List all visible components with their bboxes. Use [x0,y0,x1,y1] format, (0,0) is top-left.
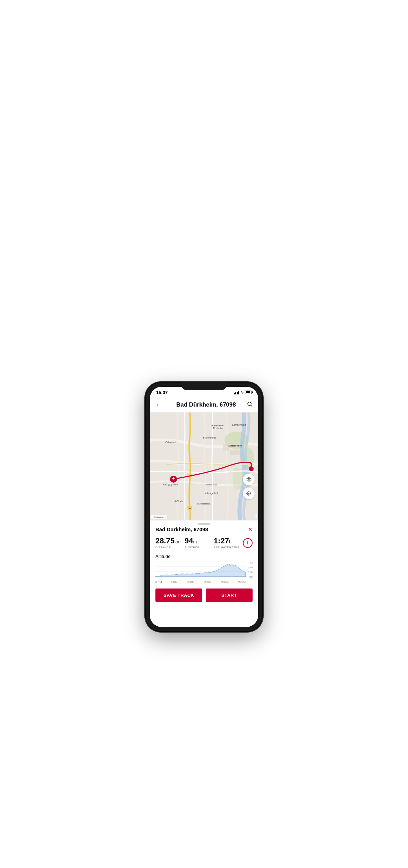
stat-altitude: 94m ALTITUDE ↑ [185,537,214,549]
altitude-title: Altitude [155,554,253,559]
svg-text:650: 650 [168,484,172,486]
svg-point-39 [248,493,249,494]
panel-title: Bad Dürkheim, 67098 [155,526,208,532]
stat-altitude-value: 94m [185,537,214,545]
map-control-location[interactable] [243,487,255,499]
status-icons: ∿ [234,390,252,395]
svg-text:Roxheim: Roxheim [213,427,223,429]
wifi-icon: ∿ [240,390,244,395]
drag-handle [155,520,253,526]
action-buttons: SAVE TRACK START [155,589,253,602]
info-button[interactable]: i [243,538,253,548]
map-container[interactable]: Bobenheim- Roxheim Lampertheim Grünstadt… [150,412,258,520]
svg-text:Mannheim: Mannheim [228,444,242,447]
svg-text:Grünstadt: Grünstadt [165,441,176,443]
stat-time: 1:27h ESTIMATED TIME [214,537,243,549]
svg-marker-37 [246,479,251,482]
svg-point-28 [172,477,175,479]
svg-text:ℹ: ℹ [255,515,256,518]
svg-line-1 [251,405,252,406]
app-header: ← Bad Dürkheim, 67098 [150,397,258,412]
map-controls [243,474,255,499]
stat-distance: 28.75km DISTANCE [155,537,185,549]
phone-screen: 15:07 ∿ ← Bad Dürkheim, 6 [150,387,258,627]
stat-time-label: ESTIMATED TIME [214,546,243,549]
stat-altitude-label: ALTITUDE ↑ [185,546,214,549]
close-button[interactable]: ✕ [248,526,253,533]
svg-text:61: 61 [189,507,191,509]
back-button[interactable]: ← [155,402,162,408]
panel-header: Bad Dürkheim, 67098 ✕ [155,526,253,533]
svg-text:Haßloch: Haßloch [174,500,183,502]
battery-icon [245,391,252,394]
altitude-y-labels: M 150 120 90 [245,561,253,578]
search-button[interactable] [247,401,253,408]
map-control-layers[interactable] [243,474,255,485]
stat-distance-value: 28.75km [155,537,185,545]
signal-icon [234,391,239,394]
stat-time-value: 1:27h [214,537,243,545]
svg-text:Bobenheim-: Bobenheim- [211,424,224,427]
bottom-panel: Bad Dürkheim, 67098 ✕ 28.75km DISTANCE 9… [150,520,258,606]
svg-point-30 [250,467,253,470]
stat-distance-label: DISTANCE [155,546,185,549]
svg-rect-7 [230,450,240,455]
svg-text:Mutterstadt: Mutterstadt [204,483,216,486]
header-title: Bad Dürkheim, 67098 [165,401,247,408]
save-track-button[interactable]: SAVE TRACK [155,589,202,602]
altitude-x-labels: 0 KM 5 KM 10 KM 15 KM 20 KM 25 KM [155,581,246,584]
altitude-section: Altitude [155,554,253,584]
status-time: 15:07 [156,390,168,395]
phone-frame: 15:07 ∿ ← Bad Dürkheim, 6 [145,382,263,632]
notch [181,382,227,390]
phone-wrapper: 15:07 ∿ ← Bad Dürkheim, 6 [145,382,263,632]
stats-row: 28.75km DISTANCE 94m ALTITUDE ↑ 1:27h [155,537,253,549]
start-button[interactable]: START [206,589,253,602]
svg-text:Frankenthal: Frankenthal [203,436,216,439]
svg-text:Lampertheim: Lampertheim [232,424,247,426]
svg-text:Schifferstadt: Schifferstadt [197,502,211,505]
svg-text:Limburgerhof: Limburgerhof [203,492,218,495]
svg-text:© Mapbox: © Mapbox [154,516,163,518]
